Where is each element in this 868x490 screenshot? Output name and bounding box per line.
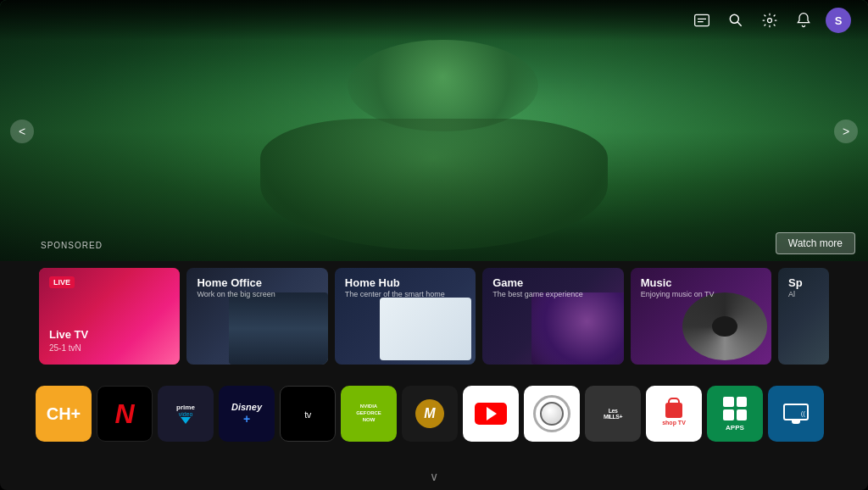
figure-head <box>348 40 538 132</box>
svg-point-3 <box>730 14 738 23</box>
category-tile-home-office[interactable]: Home Office Work on the big screen <box>186 268 327 365</box>
game-title: Game <box>492 276 523 289</box>
app-screen-share[interactable]: (( <box>768 386 824 442</box>
geforce-label: NVIDIAGEFORCENOW <box>356 404 381 423</box>
sansar-inner <box>540 402 564 426</box>
sansar-logo <box>533 395 570 432</box>
game-subtitle: The best game experience <box>492 290 583 298</box>
apps-grid-item <box>723 397 734 408</box>
screen-stand <box>792 420 800 424</box>
svg-rect-0 <box>695 14 709 25</box>
app-disney-plus[interactable]: Disney + <box>219 386 275 442</box>
category-tile-sp[interactable]: Sp Al <box>778 268 829 365</box>
music-subtitle: Enjoying music on TV <box>641 290 715 298</box>
figure-body <box>260 119 608 250</box>
app-sansar[interactable] <box>524 386 580 442</box>
app-prime-video[interactable]: prime video <box>158 386 214 442</box>
sp-title: Sp <box>788 276 803 289</box>
apps-grid-item <box>737 397 748 408</box>
app-lesmills[interactable]: LesMILLS+ <box>585 386 641 442</box>
music-image <box>682 292 767 360</box>
home-hub-subtitle: The center of the smart home <box>345 290 445 298</box>
app-netflix[interactable]: N <box>97 386 153 442</box>
game-figure <box>531 292 623 365</box>
home-office-subtitle: Work on the big screen <box>197 290 275 298</box>
category-tile-game[interactable]: Game The best game experience <box>482 268 623 365</box>
youtube-logo <box>475 403 507 425</box>
home-office-title: Home Office <box>197 276 262 289</box>
watch-more-button[interactable]: Watch more <box>776 232 855 254</box>
svg-point-5 <box>768 19 772 23</box>
top-bar: S <box>0 0 868 41</box>
prime-label: prime <box>176 404 195 411</box>
apps-grid-item <box>723 409 734 420</box>
app-apps[interactable]: APPS <box>707 386 763 442</box>
apple-tv-label: tv <box>304 408 311 420</box>
apps-grid-item <box>737 409 748 420</box>
netflix-logo: N <box>114 398 134 430</box>
prime-logo: prime video <box>176 404 195 424</box>
apps-label: APPS <box>726 424 744 432</box>
app-ch-plus[interactable]: CH+ <box>36 386 92 442</box>
app-apple-tv[interactable]: tv <box>280 386 336 442</box>
lesmills-label: LesMILLS+ <box>604 408 622 420</box>
category-tile-live-tv[interactable]: LIVE Live TV 25-1 tvN <box>39 268 180 365</box>
screen-wifi-icon: (( <box>801 409 805 417</box>
app-shoptv[interactable]: shop TV <box>646 386 702 442</box>
bottom-indicator[interactable]: ∨ <box>430 470 438 483</box>
app-youtube[interactable] <box>463 386 519 442</box>
search-icon[interactable] <box>724 8 748 32</box>
apps-section: CH+ N prime video Disney + tv <box>0 380 868 448</box>
shoptv-bag-icon <box>665 403 682 418</box>
category-tile-home-hub[interactable]: Home Hub The center of the smart home <box>335 268 476 365</box>
home-hub-title: Home Hub <box>345 276 400 289</box>
disney-text: Disney <box>231 402 262 412</box>
prime-arrow-icon <box>181 417 191 424</box>
prime-sublabel: video <box>179 411 193 417</box>
notifications-icon[interactable] <box>792 8 815 32</box>
app-masterclass[interactable]: M <box>402 386 458 442</box>
shoptv-logo: shop TV <box>662 403 686 426</box>
shoptv-text: shop TV <box>662 420 686 426</box>
categories-section: LIVE Live TV 25-1 tvN Home Office Work o… <box>0 261 868 371</box>
hero-sponsored-label: SPONSORED <box>41 241 103 250</box>
masterclass-logo: M <box>415 399 444 428</box>
live-badge: LIVE <box>49 276 75 288</box>
disney-plus-sign: + <box>231 412 262 426</box>
category-tile-music[interactable]: Music Enjoying music on TV <box>631 268 771 365</box>
user-avatar[interactable]: S <box>826 8 851 33</box>
apps-container: APPS <box>723 397 747 432</box>
home-office-image <box>229 292 327 365</box>
game-image <box>531 292 623 365</box>
screen-icon: (( <box>783 404 809 424</box>
music-center <box>712 316 737 337</box>
subtitles-icon[interactable] <box>690 8 714 32</box>
screen-rect: (( <box>783 404 809 420</box>
home-hub-image <box>380 298 471 360</box>
home-office-screen <box>229 292 327 365</box>
disney-label: Disney + <box>231 402 262 426</box>
app-geforce-now[interactable]: NVIDIAGEFORCENOW <box>341 386 397 442</box>
apps-grid-icon <box>723 397 747 420</box>
music-title: Music <box>641 276 672 289</box>
tv-frame: S < > SPONSORED Watch more LIVE Live TV … <box>0 0 868 490</box>
apple-tv-text: tv <box>304 409 311 420</box>
hero-next-button[interactable]: > <box>834 120 858 143</box>
sp-subtitle: Al <box>788 290 795 298</box>
hero-prev-button[interactable]: < <box>10 120 34 143</box>
live-tv-channel: 25-1 tvN <box>49 343 81 353</box>
ch-plus-label: CH+ <box>47 404 81 424</box>
settings-icon[interactable] <box>758 8 782 32</box>
svg-line-4 <box>737 22 742 26</box>
live-tv-title: Live TV <box>49 328 88 341</box>
youtube-play-icon <box>487 407 497 420</box>
